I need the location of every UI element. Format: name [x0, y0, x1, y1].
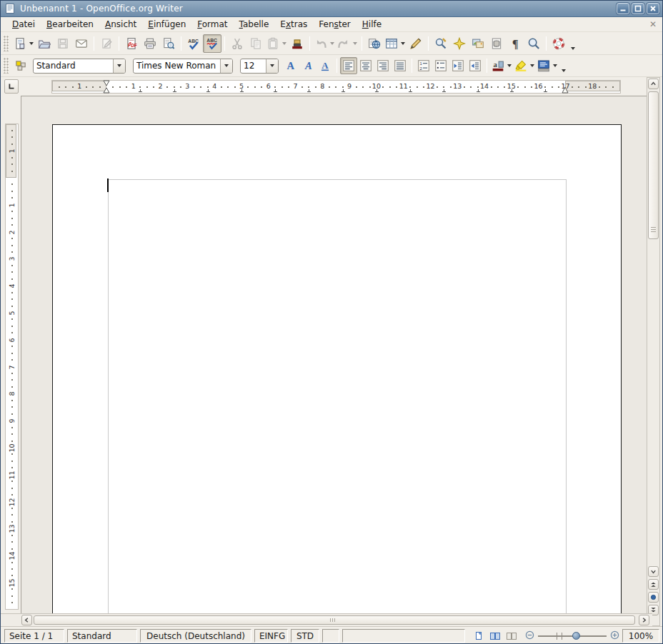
data-sources-button[interactable] — [487, 34, 506, 53]
underline-button[interactable]: A — [316, 57, 334, 74]
text-boundary — [108, 179, 567, 613]
vertical-ruler[interactable]: 1234567891011121314151 — [5, 99, 19, 611]
paragraph-style-dropdown-button[interactable] — [113, 59, 125, 74]
numbered-list-button[interactable]: 12 — [415, 57, 432, 74]
menu-extras[interactable]: Extras — [274, 18, 313, 31]
justify-button[interactable] — [392, 57, 409, 74]
hyperlink-button[interactable] — [365, 34, 384, 53]
scroll-left-button[interactable] — [21, 615, 32, 625]
find-replace-button[interactable] — [432, 34, 450, 53]
status-language[interactable]: Deutsch (Deutschland) — [140, 629, 251, 643]
menu-format[interactable]: Format — [191, 18, 233, 31]
align-right-icon — [377, 59, 389, 72]
vertical-scroll-thumb[interactable] — [648, 91, 659, 239]
bullet-list-button[interactable] — [432, 57, 449, 74]
table-button[interactable] — [384, 34, 407, 53]
scroll-up-button[interactable] — [648, 79, 659, 89]
highlighting-button[interactable] — [513, 57, 536, 74]
navigator-button[interactable] — [450, 34, 469, 53]
align-right-button[interactable] — [374, 57, 392, 74]
previous-page-button[interactable] — [648, 579, 659, 590]
zoom-slider-handle[interactable] — [572, 632, 580, 640]
close-document-icon[interactable]: ✕ — [649, 19, 657, 29]
toolbar-options-button[interactable] — [568, 34, 578, 53]
zoom-slider[interactable] — [538, 635, 607, 637]
new-document-button[interactable] — [12, 34, 35, 53]
increase-indent-button[interactable] — [467, 57, 484, 74]
font-name-dropdown-button[interactable] — [220, 59, 232, 74]
status-zoom-level[interactable]: 100% — [622, 629, 659, 643]
font-color-button[interactable]: a — [490, 57, 513, 74]
status-selection-mode[interactable]: STD — [291, 629, 319, 643]
chevron-down-icon — [282, 42, 286, 45]
default-tab-stop — [375, 89, 379, 92]
menu-einfgen[interactable]: Einfügen — [142, 18, 191, 31]
menu-hilfe[interactable]: Hilfe — [357, 18, 387, 31]
maximize-button[interactable] — [632, 3, 644, 14]
status-insert-mode[interactable]: EINFG — [254, 629, 288, 643]
toolbar-options-button[interactable] — [559, 56, 569, 75]
print-button[interactable] — [141, 34, 159, 53]
navigation-button[interactable] — [648, 592, 659, 603]
open-button[interactable] — [35, 34, 54, 53]
italic-button[interactable]: A — [299, 57, 316, 74]
status-page-count[interactable]: Seite 1 / 1 — [4, 629, 64, 643]
align-center-button[interactable] — [357, 57, 374, 74]
paragraph-background-button[interactable] — [536, 57, 559, 74]
styles-window-button[interactable] — [12, 57, 29, 74]
status-document-modified[interactable] — [322, 629, 339, 643]
menu-datei[interactable]: Datei — [6, 18, 41, 31]
scroll-down-button[interactable] — [648, 566, 659, 577]
bold-button[interactable]: A — [282, 57, 299, 74]
close-button[interactable] — [647, 3, 659, 14]
font-size-combobox[interactable] — [240, 59, 279, 74]
first-line-indent-marker[interactable] — [103, 80, 110, 94]
paragraph-style-input[interactable] — [34, 60, 113, 72]
align-left-button[interactable] — [340, 57, 357, 74]
email-document-button[interactable] — [72, 34, 91, 53]
toolbar-separator — [94, 36, 94, 51]
scroll-right-button[interactable] — [639, 615, 649, 625]
page[interactable] — [52, 124, 622, 613]
draw-functions-button[interactable] — [407, 34, 425, 53]
toolbar-grip-handle[interactable] — [4, 36, 9, 51]
zoom-in-icon[interactable] — [610, 630, 619, 642]
right-indent-marker[interactable] — [562, 86, 569, 94]
email-document-icon — [75, 37, 88, 50]
auto-spellcheck-button[interactable]: ABC — [203, 34, 221, 53]
spellcheck-icon: ABC — [187, 37, 200, 50]
vertical-scrollbar[interactable] — [647, 77, 660, 626]
zoom-button[interactable] — [524, 34, 543, 53]
font-name-input[interactable] — [134, 60, 220, 72]
toolbar-grip-handle[interactable] — [4, 58, 9, 74]
view-book-button[interactable] — [504, 630, 519, 643]
zoom-out-icon[interactable] — [525, 630, 534, 642]
spellcheck-button[interactable]: ABC — [184, 34, 203, 53]
formatting-marks-button[interactable]: ¶ — [506, 34, 524, 53]
status-page-style[interactable]: Standard — [67, 629, 137, 643]
paragraph-style-combobox[interactable] — [33, 59, 126, 74]
format-paintbrush-button[interactable] — [288, 34, 306, 53]
menu-fenster[interactable]: Fenster — [313, 18, 357, 31]
view-multi-page-button[interactable] — [487, 630, 503, 643]
menu-bearbeiten[interactable]: Bearbeiten — [41, 18, 99, 31]
view-single-page-button[interactable] — [471, 630, 487, 643]
help-button[interactable] — [549, 34, 568, 53]
font-size-dropdown-button[interactable] — [266, 59, 278, 74]
minimize-button[interactable] — [617, 3, 629, 14]
horizontal-ruler[interactable]: 1234567891011121314151617181 — [21, 80, 648, 94]
tab-type-selector-button[interactable] — [4, 79, 19, 94]
font-name-combobox[interactable] — [133, 59, 233, 74]
horizontal-scroll-thumb[interactable] — [34, 615, 635, 625]
menu-ansicht[interactable]: Ansicht — [99, 18, 142, 31]
font-size-input[interactable] — [241, 60, 266, 72]
export-pdf-button[interactable]: PDF — [122, 34, 141, 53]
page-preview-button[interactable] — [159, 34, 178, 53]
menu-tabelle[interactable]: Tabelle — [234, 18, 275, 31]
horizontal-scrollbar[interactable] — [1, 613, 652, 626]
default-tab-stop — [206, 89, 210, 92]
gallery-button[interactable] — [469, 34, 487, 53]
decrease-indent-button[interactable] — [449, 57, 467, 74]
status-digital-signature[interactable] — [342, 629, 465, 643]
default-tab-stop — [307, 89, 311, 92]
